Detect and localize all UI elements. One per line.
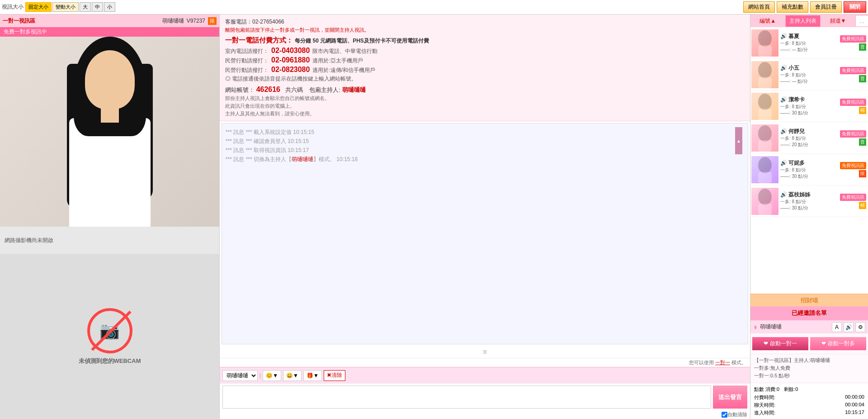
video-size-label: 視訊大小 <box>2 3 24 11</box>
host-rate2: ——: — 點/分 <box>780 47 838 53</box>
start-one-to-one-btn[interactable]: ❤ 啟動一對一 <box>752 337 808 350</box>
host-extra-badge: 普 <box>859 75 866 82</box>
chat-message-item: *** 訊息 *** 確認會員登入 10:15:15 <box>226 138 744 145</box>
host-main-badge[interactable]: 免費視訊區 <box>840 99 866 106</box>
main-layout: 一對一視訊區 萌嗵嗵嗵 V97237 限 免費一對多視訊中 <box>0 14 868 419</box>
tab-channel[interactable]: 頻道▼ <box>821 15 856 27</box>
enter-time-label: 進入時間: <box>754 409 775 416</box>
consume-label: 點數 消費:0 <box>754 386 779 393</box>
host-rate2: ——: 20 點/分 <box>780 142 838 148</box>
host-main-badge[interactable]: 免費視訊區 <box>840 130 866 138</box>
chat-input[interactable] <box>222 386 711 409</box>
invite-cat[interactable]: 招財喵 <box>750 294 868 306</box>
auto-clear-line: 自動清除 <box>220 410 750 419</box>
host-list-item[interactable]: 🔊 何靜兒 一多: 8 點/分 ——: 20 點/分 免費視訊區普 <box>750 122 868 154</box>
host-main-badge[interactable]: 免費視訊區 <box>840 194 866 201</box>
person-figure <box>42 37 178 227</box>
user-btn-settings[interactable]: ⚙ <box>855 322 865 332</box>
host-rate1: 一多: 8 點/分 <box>780 199 838 205</box>
more-btn[interactable]: ... <box>856 16 868 26</box>
chat-time-value: 00:00:04 <box>845 402 864 409</box>
host-list-item[interactable]: 🔊 可妮多 一多: 8 點/分 ——: 30 點/分 免費視訊區限 <box>750 154 868 186</box>
video-status: 免費一對多視訊中 <box>0 27 219 37</box>
host-info: 🔊 荔枝姊姊 一多: 8 點/分 ——: 30 點/分 <box>778 191 840 211</box>
host-extra-badge: 限 <box>859 170 866 177</box>
host-thumbnail <box>751 124 778 152</box>
host-rate2: ——: 30 點/分 <box>780 173 838 180</box>
size-var-btn[interactable]: 變動大小 <box>52 2 79 12</box>
left-panel: 一對一視訊區 萌嗵嗵嗵 V97237 限 免費一對多視訊中 <box>0 14 219 419</box>
account-line: 網站帳號： 462616 共六碼 包廂主持人: 萌嗵嗵嗵 <box>225 86 745 94</box>
phone-note: ◎ 電話接通後依語音提示在話機按鍵上輸入網站帳號。 <box>225 75 745 83</box>
video-section-title: 一對一視訊區 <box>3 17 35 25</box>
svg-point-8 <box>758 157 772 173</box>
close-btn[interactable]: 關閉 <box>844 1 866 13</box>
user-gender-icon: ♀ <box>753 324 758 331</box>
host-name: 🔊 潔希卡 <box>780 96 838 104</box>
chat-scroll-button[interactable]: ▲ <box>735 127 742 154</box>
host-info: 🔊 潔希卡 一多: 8 點/分 ——: 30 點/分 <box>778 96 840 116</box>
host-list-item[interactable]: 🔊 暮夏 一多: 8 點/分 ——: — 點/分 免費視訊區普 <box>750 27 868 59</box>
host-list-item[interactable]: 🔊 潔希卡 一多: 8 點/分 ——: 30 點/分 免費視訊區輔 <box>750 90 868 122</box>
clear-btn[interactable]: ✖清除 <box>324 370 345 381</box>
start-one-to-many-btn[interactable]: ❤ 啟動一對多 <box>810 337 866 350</box>
mode-link[interactable]: 一對一 <box>715 360 730 365</box>
host-id-display: V97237 <box>187 18 205 24</box>
host-info: 🔊 小五 一多: 8 點/分 ——: — 點/分 <box>778 64 840 85</box>
user-action-buttons: A 🔊 ⚙ <box>832 322 865 332</box>
host-main-badge[interactable]: 免費視訊區 <box>840 67 866 74</box>
points-row1: 點數 消費:0 剩餘:0 <box>754 386 864 393</box>
emoticon-btn[interactable]: 😄▼ <box>283 370 302 381</box>
svg-point-10 <box>758 189 772 205</box>
home-btn[interactable]: 網站首頁 <box>743 1 775 13</box>
size-large-btn[interactable]: 大 <box>80 2 91 12</box>
emoji-btn[interactable]: 😊▼ <box>263 370 281 381</box>
face <box>85 50 135 109</box>
size-medium-btn[interactable]: 中 <box>92 2 103 12</box>
send-button[interactable]: 送出發言 <box>713 386 747 409</box>
host-thumbnail <box>751 156 778 183</box>
host-thumbnail <box>751 93 778 120</box>
chat-time-row: 聊天時間: 00:00:04 <box>754 402 864 409</box>
limit-btn[interactable]: 限 <box>208 17 217 25</box>
auto-clear-checkbox[interactable] <box>722 412 727 418</box>
host-main-badge[interactable]: 免費視訊區 <box>840 162 866 169</box>
chat-user-area: ♀ 萌嗵嗵嗵 A 🔊 ⚙ <box>750 320 868 333</box>
register-btn[interactable]: 會員註冊 <box>810 1 842 13</box>
chat-time-label: 聊天時間: <box>754 402 775 409</box>
tab-id[interactable]: 編號▲ <box>750 15 786 27</box>
invited-list-label[interactable]: 已經邀請名單 <box>750 306 868 320</box>
chat-messages-list: *** 訊息 *** 載入系統設定值 10:15:15*** 訊息 *** 確認… <box>226 129 744 163</box>
chat-name-select[interactable]: 萌嗵嗵嗵 <box>222 370 258 381</box>
tab-host-list[interactable]: 主持人列表 <box>786 15 821 27</box>
host-badge-area: 免費視訊區普 <box>840 67 867 82</box>
user-name-display: 萌嗵嗵嗵 <box>760 323 830 331</box>
package-host: 萌嗵嗵嗵 <box>342 86 366 93</box>
no-cam-text: 未偵測到您的WEBCAM <box>79 357 141 365</box>
no-cam-icon: 📷 <box>87 308 132 353</box>
host-name: 🔊 何靜兒 <box>780 128 838 135</box>
chat-message-item: *** 訊息 *** 切換為主持人【萌嗵嗵嗵】模式。 10:15:18 <box>226 156 744 163</box>
right-panel: 編號▲ 主持人列表 頻道▼ ... 🔊 暮夏 一多: 8 點/分 ——: — 點… <box>750 14 868 419</box>
user-btn-a[interactable]: A <box>832 322 842 332</box>
host-list-item[interactable]: 🔊 小五 一多: 8 點/分 ——: — 點/分 免費視訊區普 <box>750 59 868 90</box>
host-list-item[interactable]: 🔊 荔枝姊姊 一多: 8 點/分 ——: 30 點/分 免費視訊區輔 <box>750 186 868 217</box>
phone2-number: 02-0961880 <box>271 56 310 64</box>
payment-title: 一對一電話付費方式： 每分鐘 50 元網路電話、PHS及預付卡不可使用電話付費 <box>225 36 745 45</box>
phone2-line: 民營行動請撥打： 02-0961880 適用於:亞太手機用戶 <box>225 56 745 65</box>
host-list: 🔊 暮夏 一多: 8 點/分 ——: — 點/分 免費視訊區普 🔊 小五 一多:… <box>750 27 868 294</box>
size-fixed-btn[interactable]: 固定大小 <box>25 2 52 12</box>
host-main-badge[interactable]: 免費視訊區 <box>840 35 866 43</box>
pay-time-label: 付費時間: <box>754 394 775 401</box>
note3: 主持人及其他人無法看到，請安心使用。 <box>225 110 745 117</box>
phone1-line: 室內電話請撥打： 02-0403080 限市內電話、中華電信行動 <box>225 47 745 55</box>
gift-btn[interactable]: 🎁▼ <box>303 370 322 381</box>
webcam-no-detect-area: 📷 未偵測到您的WEBCAM <box>0 254 219 419</box>
host-rate1: 一多: 8 點/分 <box>780 167 838 173</box>
user-btn-sound[interactable]: 🔊 <box>844 322 854 332</box>
topup-btn[interactable]: 補充點數 <box>777 1 808 13</box>
size-small-btn[interactable]: 小 <box>104 2 115 12</box>
host-rate2: ——: 30 點/分 <box>780 110 838 116</box>
host-rate1: 一多: 8 點/分 <box>780 104 838 110</box>
chat-mode-line: 您可以使用 一對一 模式。 <box>220 358 750 367</box>
